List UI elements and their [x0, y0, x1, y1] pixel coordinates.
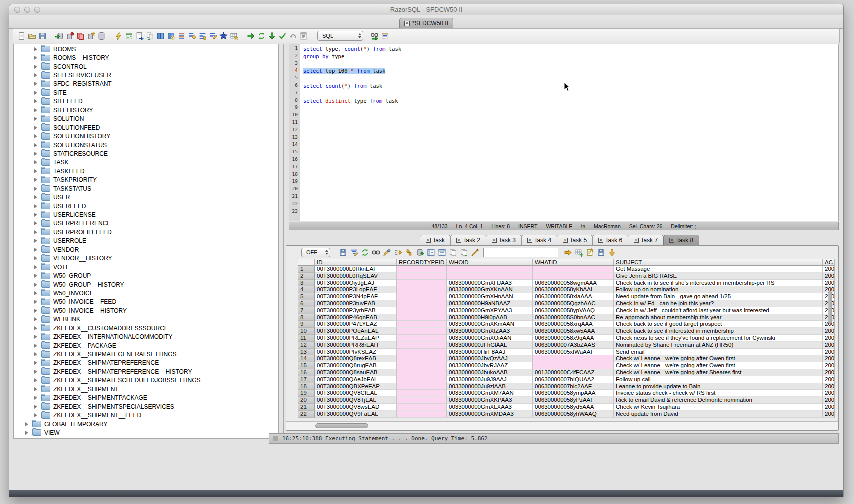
grid-cell[interactable]: 00T3000000Q8rexEAB: [315, 356, 397, 362]
disclosure-triangle-icon[interactable]: [34, 117, 38, 121]
tree-item-table[interactable]: ROOMS__HISTORY: [14, 54, 278, 62]
grid-cell[interactable]: [397, 349, 447, 356]
disclosure-triangle-icon[interactable]: [34, 352, 38, 356]
grid-cell[interactable]: [397, 280, 447, 287]
grid-cell[interactable]: Re-approach about membership this year: [614, 314, 823, 322]
tree-item-table[interactable]: VENDOR: [14, 246, 278, 254]
tree-item-table[interactable]: ZKFEDEX__SHIPMATEGENERALSETTINGS: [14, 350, 278, 358]
close-tab-icon[interactable]: ✕: [492, 238, 497, 243]
grid-column-header[interactable]: SUBJECT: [614, 259, 823, 266]
horizontal-scrollbar[interactable]: [286, 422, 838, 430]
tree-item-table[interactable]: ZKFEDEX__SHIPMENT__FEED: [14, 411, 278, 420]
grid-cell[interactable]: 006300000058xw5AAA: [533, 328, 614, 335]
grid-cell[interactable]: 00T3000000PRR8rEAH: [315, 342, 397, 349]
tree-item-table[interactable]: SOLUTIONHISTORY: [14, 132, 278, 140]
grid-cell[interactable]: 00T3000000QV8wsEAD: [315, 404, 397, 411]
grid-cell[interactable]: 00T3000000P3tuvEAB: [315, 300, 397, 308]
document-tab[interactable]: ✕ *SFDCW50 II: [400, 18, 454, 28]
grid-row[interactable]: 300T3000000OiyJgEAJ0033000000GmXHJAA3006…: [298, 280, 834, 287]
grid-cell[interactable]: [397, 342, 447, 349]
grid-row[interactable]: 1800T3000000QBXPeEAP0033000000Ju9zlAAB00…: [298, 384, 834, 390]
grid-cell[interactable]: Need update from David: [614, 411, 823, 418]
grid-cell[interactable]: Leanne to provide update to Bain: [614, 384, 823, 390]
grid-row[interactable]: 1100T3000000PREZaEAP0033000000GmXOiAAN00…: [298, 335, 834, 342]
grid-cell[interactable]: 00630000007bIQUAA2: [533, 376, 614, 384]
grid-cell[interactable]: 00T3000000QAeJbEAL: [315, 376, 397, 384]
grid-cell[interactable]: [397, 286, 447, 294]
grid-row[interactable]: 1700T3000000QAeJbEAL0033000000Ju9J9AAJ00…: [298, 376, 834, 384]
disclosure-triangle-icon[interactable]: [34, 144, 38, 148]
grid-column-header[interactable]: WHOID: [447, 259, 533, 266]
grid-column-header[interactable]: RECORDTYPEID: [397, 259, 447, 266]
close-tab-icon[interactable]: ✕: [598, 238, 604, 243]
row-limit-select[interactable]: OFF: [302, 248, 330, 258]
grid-cell[interactable]: Check w/ Leanne - we're going after Owen…: [614, 362, 823, 370]
disclosure-triangle-icon[interactable]: [34, 266, 38, 270]
tree-item-table[interactable]: ZKFEDEX__SHIPMATEPREFERENCE: [14, 359, 278, 368]
tree-item-table[interactable]: USER: [14, 193, 278, 202]
disclosure-triangle-icon[interactable]: [34, 414, 38, 418]
pages-sync-icon[interactable]: [145, 31, 156, 42]
disclosure-triangle-icon[interactable]: [26, 431, 28, 435]
grid-cell[interactable]: 006300000058yhWAAQ: [533, 411, 614, 418]
grid-row[interactable]: 700T3000000P3yrbEAB0033000000GmXPYAA3006…: [298, 308, 834, 314]
disclosure-triangle-icon[interactable]: [34, 388, 38, 392]
grid-cell[interactable]: [397, 266, 447, 273]
disclosure-triangle-icon[interactable]: [34, 318, 38, 322]
disclosure-triangle-icon[interactable]: [34, 248, 38, 252]
tree-item-root[interactable]: VIEW: [14, 428, 278, 437]
grid-cell[interactable]: 00T3000000PfvKSEAZ: [315, 349, 397, 356]
disclosure-triangle-icon[interactable]: [34, 396, 38, 400]
grid-row[interactable]: 1200T3000000PRR8rEAH0033000000JFhGlAAL00…: [298, 342, 834, 349]
db-remove-icon[interactable]: [65, 31, 76, 42]
disclosure-triangle-icon[interactable]: [34, 370, 38, 374]
disclosure-triangle-icon[interactable]: [34, 378, 38, 382]
tree-item-table[interactable]: W50_GROUP: [14, 272, 278, 280]
close-window-button[interactable]: [14, 7, 20, 13]
tree-item-table[interactable]: W50_INVOICE__HISTORY: [14, 306, 278, 315]
disclosure-triangle-icon[interactable]: [34, 187, 38, 191]
tree-item-table[interactable]: ROOMS: [14, 45, 278, 54]
disclosure-triangle-icon[interactable]: [34, 335, 38, 339]
grid-cell[interactable]: 0033000000GmXHJAA3: [447, 280, 533, 287]
grid-cell[interactable]: 0033000000HirF8AAJ: [447, 349, 533, 356]
tree-item-table[interactable]: SITE: [14, 88, 278, 97]
grid-cell[interactable]: 0033000000GmXM7AAN: [447, 390, 533, 397]
grid-cell[interactable]: [397, 362, 447, 370]
grid-cell[interactable]: 006300000058xrqAAA: [533, 321, 614, 328]
grid-cell[interactable]: 0033000000GmXKnAAN: [447, 286, 533, 294]
tree-item-table[interactable]: ZKFEDEX__CUSTOMADDRESSSOURCE: [14, 324, 278, 332]
disclosure-triangle-icon[interactable]: [34, 100, 38, 104]
save-icon[interactable]: [38, 31, 48, 42]
grid-cell[interactable]: 0033000000GmXPYAA3: [447, 308, 533, 314]
grid-cell[interactable]: 0033000000GmXMDAA3: [447, 411, 533, 418]
grid-row[interactable]: 200T3000000L0RqSEAVGive Jenn a BIG RAISE…: [298, 273, 834, 280]
grid-cell[interactable]: 00T3000000OiyJgEAJ: [315, 280, 397, 287]
grid-cell[interactable]: Get Massage: [614, 266, 823, 273]
grid-cell[interactable]: 200: [823, 397, 834, 404]
tree-item-table[interactable]: SOLUTIONFEED: [14, 124, 278, 132]
grid-cell[interactable]: 00T3000000P3LopEAF: [315, 286, 397, 294]
disclosure-triangle-icon[interactable]: [34, 204, 38, 208]
grid-cell[interactable]: 006300000058yKhAAI: [533, 286, 614, 294]
grid-row[interactable]: 800T3000000P46qnEAB0033000000H9i0pAAB006…: [298, 314, 834, 322]
panel-header-icon[interactable]: [436, 247, 448, 258]
result-search-input[interactable]: [484, 248, 558, 258]
grid-cell[interactable]: [397, 328, 447, 335]
disclosure-triangle-icon[interactable]: [34, 108, 38, 112]
grid-cell[interactable]: 00T3000000L0RqSEAV: [315, 273, 397, 280]
disclosure-triangle-icon[interactable]: [26, 422, 28, 426]
tree-item-table[interactable]: ZKFEDEX__SHIPMENTSPECIALSERVICES: [14, 402, 278, 411]
list-colored-icon[interactable]: [176, 31, 187, 42]
favorites-star-icon[interactable]: [218, 31, 229, 42]
arrow-right-green-icon[interactable]: [246, 31, 256, 42]
grid-cell[interactable]: 00T3000000QV9FaEAL: [315, 411, 397, 418]
pencil-arrow-icon[interactable]: [382, 247, 392, 258]
disclosure-triangle-icon[interactable]: [34, 126, 38, 130]
grid-cell[interactable]: 00T3000000QV8TjEAL: [315, 397, 397, 404]
list-bordered-icon[interactable]: [380, 31, 390, 42]
grid-cell[interactable]: 200: [823, 370, 834, 376]
clipboard-icon[interactable]: [298, 31, 309, 42]
vertical-scrollbar-thumb[interactable]: [828, 292, 832, 324]
grid-cell[interactable]: Give Jenn a BIG RAISE: [614, 273, 823, 280]
